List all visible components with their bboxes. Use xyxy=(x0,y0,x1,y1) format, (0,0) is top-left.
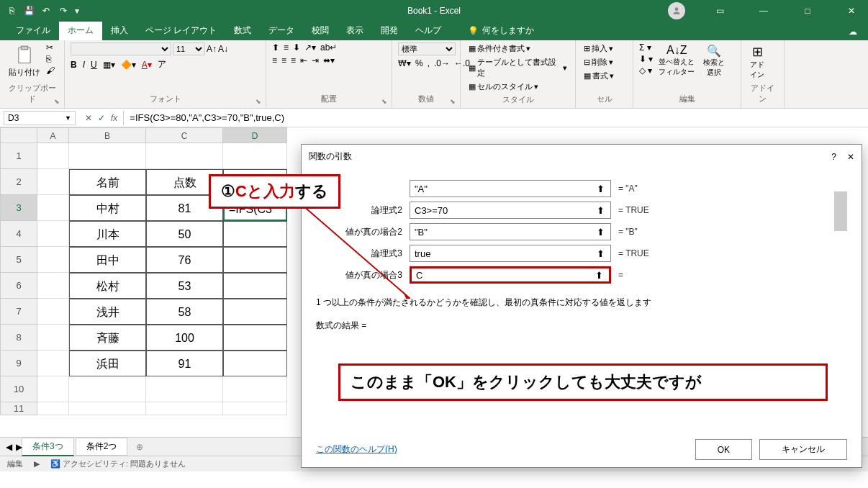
row-header[interactable]: 3 xyxy=(0,195,37,221)
cell[interactable]: 91 xyxy=(146,351,223,376)
cell[interactable]: 斉藤 xyxy=(69,325,146,351)
cell[interactable] xyxy=(37,143,69,169)
cell[interactable] xyxy=(37,169,69,195)
align-bottom-icon[interactable]: ⬇ xyxy=(293,42,300,53)
row-header[interactable]: 8 xyxy=(0,325,37,351)
number-launcher[interactable]: ⬊ xyxy=(450,98,458,107)
comma-icon[interactable]: , xyxy=(428,58,430,68)
cell[interactable] xyxy=(223,247,287,273)
arg-input[interactable]: C3>=70⬆ xyxy=(410,202,611,219)
minimize-button[interactable]: ― xyxy=(747,0,780,22)
tab-help[interactable]: ヘルプ xyxy=(407,21,450,40)
format-painter-icon[interactable]: 🖌 xyxy=(46,65,55,76)
sheet-nav-next-icon[interactable]: ▶ xyxy=(16,442,22,452)
format-table-button[interactable]: ▦ テーブルとして書式設定 ▾ xyxy=(466,56,569,79)
wrap-text-icon[interactable]: ab↵ xyxy=(320,42,337,53)
cell[interactable] xyxy=(37,195,69,221)
fx-icon[interactable]: fx xyxy=(111,113,117,123)
ok-button[interactable]: OK xyxy=(695,439,752,460)
undo-icon[interactable]: ↶ xyxy=(40,5,52,17)
percent-icon[interactable]: % xyxy=(415,58,423,68)
help-icon[interactable]: ? xyxy=(831,152,836,162)
cell[interactable] xyxy=(223,325,287,351)
cancel-formula-icon[interactable]: ✕ xyxy=(85,113,92,123)
tab-formulas[interactable]: 数式 xyxy=(225,21,260,40)
function-help-link[interactable]: この関数のヘルプ(H) xyxy=(316,443,397,456)
clear-icon[interactable]: ◇ ▾ xyxy=(639,65,653,76)
align-launcher[interactable]: ⬊ xyxy=(381,98,390,107)
tab-data[interactable]: データ xyxy=(260,21,303,40)
cell[interactable] xyxy=(37,376,69,402)
fill-color-icon[interactable]: 🔶▾ xyxy=(121,60,136,70)
cell[interactable] xyxy=(146,402,223,415)
indent-dec-icon[interactable]: ⇤ xyxy=(300,55,307,65)
cell[interactable] xyxy=(37,351,69,376)
enter-formula-icon[interactable]: ✓ xyxy=(98,113,105,123)
sheet-tab-active[interactable]: 条件3つ xyxy=(22,438,74,456)
close-button[interactable]: ✕ xyxy=(835,0,868,22)
copy-icon[interactable]: ⎘ xyxy=(46,54,55,64)
decrease-font-icon[interactable]: A↓ xyxy=(218,44,228,54)
cancel-button[interactable]: キャンセル xyxy=(759,439,847,460)
cell[interactable] xyxy=(69,143,146,169)
cell[interactable]: 川本 xyxy=(69,221,146,247)
arg-input-active[interactable]: C⬆ xyxy=(410,266,611,284)
align-top-icon[interactable]: ⬆ xyxy=(272,42,279,53)
range-selector-icon[interactable]: ⬆ xyxy=(595,183,606,194)
merge-icon[interactable]: ⬌▾ xyxy=(323,55,335,65)
row-header[interactable]: 7 xyxy=(0,299,37,325)
dialog-close-icon[interactable]: ✕ xyxy=(847,152,854,162)
align-middle-icon[interactable]: ≡ xyxy=(284,42,289,53)
col-header-d[interactable]: D xyxy=(223,127,287,143)
range-selector-icon[interactable]: ⬆ xyxy=(595,248,606,259)
font-launcher[interactable]: ⬊ xyxy=(256,98,264,107)
indent-inc-icon[interactable]: ⇥ xyxy=(312,55,319,65)
cell[interactable]: 浅井 xyxy=(69,299,146,325)
cell[interactable] xyxy=(37,221,69,247)
sort-filter-button[interactable]: A↓Z並べ替えと フィルター xyxy=(656,42,697,78)
new-sheet-button[interactable]: ⊕ xyxy=(129,440,150,454)
cell[interactable] xyxy=(223,402,287,415)
cell[interactable] xyxy=(223,376,287,402)
cell[interactable]: 58 xyxy=(146,299,223,325)
cell[interactable] xyxy=(223,351,287,376)
cell[interactable]: 53 xyxy=(146,273,223,299)
arg-input[interactable]: true⬆ xyxy=(410,245,611,262)
cell[interactable] xyxy=(146,376,223,402)
row-header[interactable]: 4 xyxy=(0,221,37,247)
font-name-combo[interactable] xyxy=(71,42,171,55)
align-center-icon[interactable]: ≡ xyxy=(281,55,286,65)
cell[interactable] xyxy=(223,299,287,325)
cell[interactable] xyxy=(223,221,287,247)
user-avatar[interactable] xyxy=(668,2,685,19)
col-header-c[interactable]: C xyxy=(146,127,223,143)
cell[interactable]: 浜田 xyxy=(69,351,146,376)
number-format-combo[interactable]: 標準 xyxy=(398,42,456,55)
cell[interactable]: 名前 xyxy=(69,169,146,195)
redo-icon[interactable]: ↷ xyxy=(58,5,69,17)
row-header[interactable]: 5 xyxy=(0,247,37,273)
cell[interactable] xyxy=(37,273,69,299)
autosave-icon[interactable]: ⎘ xyxy=(6,5,17,17)
sheet-tab[interactable]: 条件2つ xyxy=(76,438,128,456)
tab-insert[interactable]: 挿入 xyxy=(102,21,137,40)
save-icon[interactable]: 💾 xyxy=(23,5,35,17)
border-icon[interactable]: ▦▾ xyxy=(103,60,115,70)
insert-cells-button[interactable]: ⊞ 挿入 ▾ xyxy=(582,42,615,55)
tab-dev[interactable]: 開発 xyxy=(372,21,407,40)
font-color-icon[interactable]: A▾ xyxy=(142,60,152,70)
share-button[interactable]: ☁ xyxy=(845,23,861,40)
align-left-icon[interactable]: ≡ xyxy=(272,55,277,65)
sheet-nav-prev-icon[interactable]: ◀ xyxy=(6,442,12,452)
cell[interactable] xyxy=(37,247,69,273)
cell[interactable] xyxy=(69,402,146,415)
select-all-corner[interactable] xyxy=(0,127,37,143)
inc-decimal-icon[interactable]: .0→ xyxy=(434,58,450,68)
row-header[interactable]: 2 xyxy=(0,169,37,195)
addins-button[interactable]: ⊞アド イン xyxy=(747,42,767,81)
qat-more-icon[interactable]: ▾ xyxy=(75,6,79,16)
conditional-format-button[interactable]: ▦ 条件付き書式 ▾ xyxy=(466,42,533,55)
maximize-button[interactable]: □ xyxy=(791,0,824,22)
status-accessibility[interactable]: ♿ アクセシビリティ: 問題ありません xyxy=(50,458,186,469)
fill-icon[interactable]: ⬇ ▾ xyxy=(639,54,653,64)
